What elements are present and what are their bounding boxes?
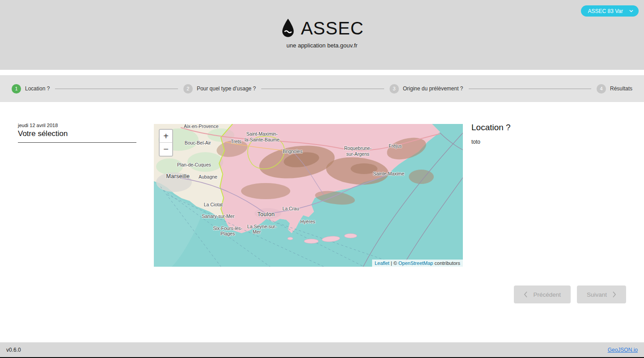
attribution-separator: | © [390,260,398,266]
footer: v0.6.0 GeoJSON.io [0,342,644,357]
openstreetmap-link[interactable]: OpenStreetMap [398,260,433,266]
selection-block: jeudi 12 avril 2018 Votre sélection [18,123,136,143]
step-resultats[interactable]: 4 Résultats [597,84,632,94]
water-drop-icon [280,18,296,38]
attribution-suffix: contributors [433,260,460,266]
step-location[interactable]: 1 Location ? [12,84,50,94]
wizard-nav: Précédent Suivant [514,286,626,303]
geojson-link[interactable]: GeoJSON.io [608,347,638,353]
step-usage[interactable]: 2 Pour quel type d'usage ? [183,84,256,94]
stepper: 1 Location ? 2 Pour quel type d'usage ? … [0,75,644,102]
leaflet-link[interactable]: Leaflet [375,260,390,266]
step-1-label: Location ? [25,85,50,92]
next-button-label: Suivant [587,291,607,298]
previous-button[interactable]: Précédent [514,286,571,303]
step-origine[interactable]: 3 Origine du prélèvement ? [390,84,463,94]
app-subtitle: une application beta.gouv.fr [0,42,644,49]
chevron-left-icon [524,291,528,298]
region-selector-button[interactable]: ASSEC 83 Var [581,5,639,17]
step-1-circle: 1 [12,84,21,94]
previous-button-label: Précédent [533,291,561,298]
location-panel: Location ? toto [471,123,511,145]
app-title: ASSEC [301,18,364,38]
panel-value: toto [471,139,511,145]
main-content: jeudi 12 avril 2018 Votre sélection [0,102,644,342]
step-connector [261,89,384,89]
step-2-label: Pour quel type d'usage ? [197,85,256,92]
zoom-in-button[interactable]: + [160,130,172,143]
map-zoom-control: + − [159,129,173,157]
step-connector [469,89,591,89]
step-3-label: Origine du prélèvement ? [403,85,463,92]
leaflet-map[interactable]: Aix-en-ProvenceSaint-Maximin-la-Sainte-B… [154,124,463,267]
map-graphic [154,124,463,267]
step-3-circle: 3 [390,84,399,94]
chevron-right-icon [612,291,616,298]
next-button[interactable]: Suivant [577,286,626,303]
selection-title: Votre sélection [18,129,136,143]
step-2-circle: 2 [183,84,193,94]
app-version: v0.6.0 [6,347,21,353]
panel-title: Location ? [471,123,511,132]
chevron-down-icon [629,9,633,13]
header: ASSEC 83 Var ASSEC une application beta.… [0,0,644,70]
step-4-label: Résultats [610,85,632,92]
region-selector-label: ASSEC 83 Var [588,8,623,14]
zoom-out-button[interactable]: − [160,143,172,156]
step-connector [55,89,178,89]
selection-date: jeudi 12 avril 2018 [18,123,136,128]
step-4-circle: 4 [597,84,606,94]
map-attribution: Leaflet | © OpenStreetMap contributors [372,260,463,267]
